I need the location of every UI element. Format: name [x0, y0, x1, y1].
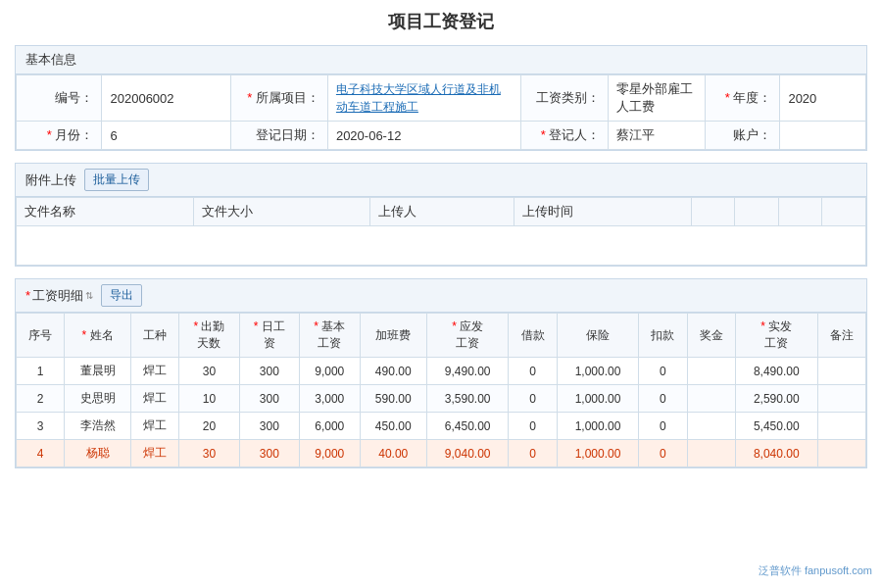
col-overtime: 加班费 [360, 314, 426, 358]
table-row: 3李浩然焊工203006,000450.006,450.0001,000.000… [17, 413, 866, 440]
account-value [780, 122, 866, 150]
attachment-table: 文件名称 文件大小 上传人 上传时间 [16, 197, 866, 266]
watermark: 泛普软件 fanpusoft.com [759, 564, 872, 578]
salary-label: * 工资明细 ⇅ [25, 287, 93, 305]
attachment-header: 附件上传 批量上传 [16, 164, 866, 197]
basic-info-row-1: 编号： 202006002 * 所属项目： 电子科技大学区域人行道及非机动车道工… [17, 75, 866, 122]
salary-section: * 工资明细 ⇅ 导出 序号 * 姓名 工种 * 出勤天数 * 日工资 * 基本… [15, 278, 867, 468]
col-name: * 姓名 [65, 314, 130, 358]
table-row: 4杨聪焊工303009,00040.009,040.0001,000.0008,… [17, 440, 866, 467]
col-bonus: 奖金 [687, 314, 735, 358]
account-label: 账户： [705, 122, 780, 150]
col-insurance: 保险 [557, 314, 638, 358]
attach-col-6 [735, 198, 779, 226]
project-link[interactable]: 电子科技大学区域人行道及非机动车道工程施工 [336, 82, 501, 114]
col-deduction: 扣款 [639, 314, 687, 358]
attachment-label: 附件上传 [25, 172, 76, 189]
salary-section-header: * 工资明细 ⇅ 导出 [16, 279, 866, 313]
attach-col-name: 文件名称 [17, 198, 194, 226]
salary-header-row: 序号 * 姓名 工种 * 出勤天数 * 日工资 * 基本工资 加班费 * 应发工… [17, 314, 866, 358]
col-net-wage: * 实发工资 [736, 314, 817, 358]
attach-col-time: 上传时间 [514, 198, 692, 226]
col-loan: 借款 [509, 314, 557, 358]
attachment-empty-row [17, 226, 866, 266]
date-value: 2020-06-12 [327, 122, 520, 150]
salary-type-label: 工资类别： [520, 75, 609, 122]
col-remark: 备注 [817, 314, 865, 358]
col-payable: * 应发工资 [426, 314, 508, 358]
basic-info-row-2: * 月份： 6 登记日期： 2020-06-12 * 登记人： 蔡江平 账户： [17, 122, 866, 150]
sort-icon[interactable]: ⇅ [85, 290, 93, 301]
col-seq: 序号 [17, 314, 65, 358]
recorder-value: 蔡江平 [609, 122, 705, 150]
basic-info-header: 基本信息 [16, 46, 866, 74]
salary-table: 序号 * 姓名 工种 * 出勤天数 * 日工资 * 基本工资 加班费 * 应发工… [16, 313, 866, 467]
project-label: * 所属项目： [230, 75, 327, 122]
month-value: 6 [102, 122, 230, 150]
col-daily-wage: * 日工资 [239, 314, 299, 358]
col-type: 工种 [130, 314, 178, 358]
col-basic-wage: * 基本工资 [300, 314, 360, 358]
basic-info-table: 编号： 202006002 * 所属项目： 电子科技大学区域人行道及非机动车道工… [16, 74, 866, 150]
attach-col-uploader: 上传人 [370, 198, 514, 226]
year-value: 2020 [780, 75, 866, 122]
year-label: * 年度： [705, 75, 780, 122]
attach-col-5 [691, 198, 735, 226]
table-row: 1董晨明焊工303009,000490.009,490.0001,000.000… [17, 358, 866, 385]
basic-info-label: 基本信息 [25, 51, 76, 69]
page-title: 项目工资登记 [15, 10, 867, 33]
attachment-header-row: 文件名称 文件大小 上传人 上传时间 [17, 198, 866, 226]
attach-col-8 [822, 198, 866, 226]
salary-label-text: 工资明细 [32, 287, 83, 305]
code-value: 202006002 [102, 75, 230, 122]
col-attendance: * 出勤天数 [179, 314, 239, 358]
basic-info-section: 基本信息 编号： 202006002 * 所属项目： 电子科技大学区域人行道及非… [15, 45, 867, 151]
month-label: * 月份： [17, 122, 102, 150]
batch-upload-button[interactable]: 批量上传 [84, 169, 149, 191]
attach-col-7 [778, 198, 822, 226]
date-label: 登记日期： [230, 122, 327, 150]
project-value: 电子科技大学区域人行道及非机动车道工程施工 [327, 75, 520, 122]
table-row: 2史思明焊工103003,000590.003,590.0001,000.000… [17, 385, 866, 413]
recorder-label: * 登记人： [520, 122, 609, 150]
code-label: 编号： [17, 75, 102, 122]
attachment-section: 附件上传 批量上传 文件名称 文件大小 上传人 上传时间 [15, 163, 867, 267]
salary-type-value: 零星外部雇工人工费 [609, 75, 705, 122]
export-button[interactable]: 导出 [101, 284, 142, 307]
attach-col-size: 文件大小 [193, 198, 370, 226]
attachment-empty-cell [17, 226, 866, 266]
